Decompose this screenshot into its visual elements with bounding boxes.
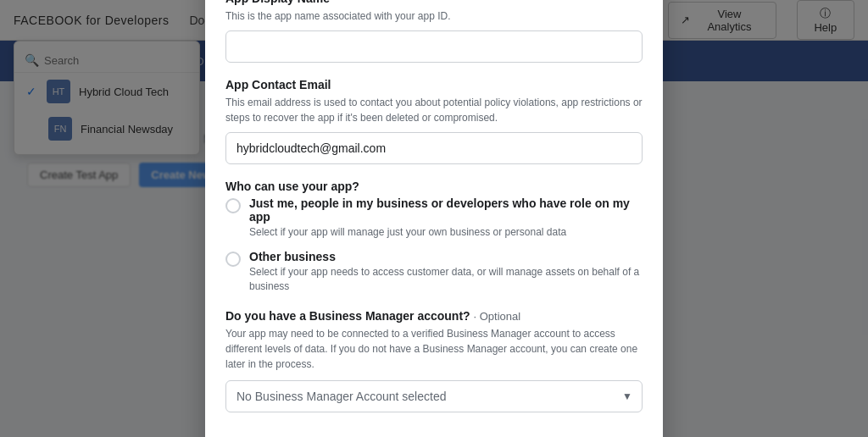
contact-email-section: App Contact Email This email address is … <box>225 78 643 164</box>
contact-email-desc: This email address is used to contact yo… <box>225 95 643 125</box>
create-app-id-modal: Create an App ID × App Display Name This… <box>205 0 663 224</box>
modal-backdrop: Create an App ID × App Display Name This… <box>0 0 868 224</box>
display-name-desc: This is the app name associated with you… <box>225 8 643 24</box>
radio-me-label: Just me, people in my business or develo… <box>249 196 643 224</box>
display-name-label: App Display Name <box>225 0 643 5</box>
contact-email-label: App Contact Email <box>225 78 643 91</box>
contact-email-input[interactable] <box>225 132 643 164</box>
display-name-input[interactable] <box>225 30 643 63</box>
radio-me-input[interactable] <box>225 198 241 213</box>
radio-option-me[interactable]: Just me, people in my business or develo… <box>225 196 643 224</box>
who-can-use-section: Who can use your app? Just me, people in… <box>225 180 643 224</box>
display-name-section: App Display Name This is the app name as… <box>225 0 643 63</box>
modal-body: App Display Name This is the app name as… <box>205 0 663 224</box>
radio-me-text: Just me, people in my business or develo… <box>249 196 643 224</box>
who-can-use-label: Who can use your app? <box>225 180 643 193</box>
